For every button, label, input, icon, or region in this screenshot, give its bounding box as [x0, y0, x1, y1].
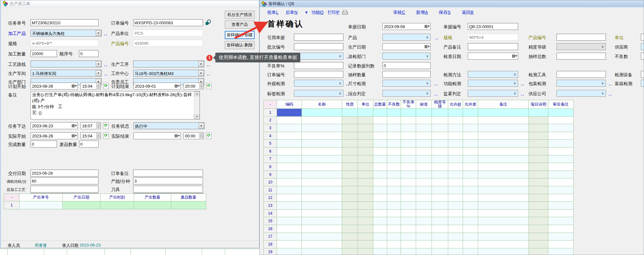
- cell-r12-c8[interactable]: [416, 194, 432, 202]
- cell-r3-c3[interactable]: [342, 124, 358, 132]
- spinner-buttons[interactable]: ▲▼: [199, 83, 203, 89]
- precision-grade-combo[interactable]: ∨: [556, 43, 606, 50]
- cell-r4-c12[interactable]: [478, 132, 529, 140]
- cell-r6-c8[interactable]: [416, 147, 432, 155]
- cell-r8-c5[interactable]: [373, 163, 387, 171]
- doc-date-date-picker[interactable]: 2023-09-04▦▾: [382, 23, 431, 30]
- process-more-button[interactable]: ..: [207, 62, 210, 67]
- pack-test-more-button[interactable]: ..: [609, 82, 612, 86]
- cell-r9-c9[interactable]: [432, 171, 448, 178]
- cell-r3-c5[interactable]: [373, 124, 387, 132]
- cell-r12-c10[interactable]: [448, 194, 463, 202]
- spinner-buttons[interactable]: ▲▼: [96, 123, 100, 129]
- cell-r4-c8[interactable]: [416, 132, 432, 140]
- cell-r13-c10[interactable]: [448, 202, 463, 210]
- cell-r6-c7[interactable]: [401, 147, 416, 155]
- spin-up-icon[interactable]: ▲: [199, 83, 203, 86]
- cell-r2-c2[interactable]: [302, 116, 342, 124]
- cell-r1-c2[interactable]: [302, 109, 342, 117]
- cell-r8-c8[interactable]: [416, 163, 432, 171]
- cell-r2-c12[interactable]: [478, 116, 529, 124]
- salt-judge-combo[interactable]: ∨: [468, 90, 518, 97]
- product-code-input[interactable]: [556, 34, 606, 41]
- cell-r16-c7[interactable]: [401, 225, 416, 233]
- calendar-icon[interactable]: ▦▾: [71, 84, 77, 88]
- box-test-combo[interactable]: ∨: [641, 80, 644, 87]
- spinner-buttons[interactable]: ▲▼: [199, 133, 203, 139]
- calendar-icon[interactable]: ▦▾: [424, 24, 430, 28]
- cell-r8-c11[interactable]: [463, 163, 478, 171]
- cell-r11-c9[interactable]: [432, 186, 448, 194]
- cell-r2-c10[interactable]: [448, 116, 463, 124]
- cell-r2-c7[interactable]: [401, 116, 416, 124]
- cell-r12-c6[interactable]: [387, 194, 401, 202]
- cell-r15-c6[interactable]: [387, 217, 401, 225]
- cell-r3-c2[interactable]: [302, 124, 342, 132]
- cell-r9-c4[interactable]: [358, 171, 373, 178]
- cell-r18-c7[interactable]: [401, 241, 416, 248]
- cell-r2-c3[interactable]: [342, 116, 358, 124]
- cell-r13-c7[interactable]: [401, 202, 416, 210]
- cell-r19-c14[interactable]: [548, 248, 573, 255]
- dropdown-arrow-icon[interactable]: ▼: [96, 70, 101, 76]
- plan-start-time-spinner[interactable]: 15:04▲▼: [81, 83, 101, 90]
- cell-r19-c10[interactable]: [448, 248, 463, 255]
- cell-r19-c2[interactable]: [302, 248, 342, 255]
- cell-r1-c3[interactable]: [100, 201, 134, 209]
- cell-r7-c6[interactable]: [387, 155, 401, 163]
- cell-r5-c10[interactable]: [448, 140, 463, 148]
- route-combo[interactable]: ▼: [31, 61, 102, 67]
- cell-r12-c9[interactable]: [432, 194, 448, 202]
- row-number[interactable]: 15: [264, 217, 277, 225]
- cell-r6-c9[interactable]: [432, 147, 448, 155]
- cell-r14-c14[interactable]: [548, 209, 573, 217]
- cell-r5-c1[interactable]: [277, 140, 302, 148]
- cell-r8-c4[interactable]: [358, 163, 373, 171]
- cell-r18-c4[interactable]: [358, 241, 373, 248]
- cell-r17-c11[interactable]: [463, 233, 478, 241]
- cell-r11-c12[interactable]: [478, 186, 529, 194]
- customer-combo[interactable]: ∨: [294, 53, 343, 60]
- cell-r7-c1[interactable]: [277, 155, 302, 163]
- cell-r14-c1[interactable]: [277, 209, 302, 217]
- cell-r17-c10[interactable]: [448, 233, 463, 241]
- cell-r14-c3[interactable]: [342, 209, 358, 217]
- cell-r4-c1[interactable]: [277, 132, 302, 140]
- row-number[interactable]: 7: [264, 155, 277, 163]
- cell-r16-c3[interactable]: [342, 225, 358, 233]
- cell-r5-c12[interactable]: [478, 140, 529, 148]
- process-qty-input[interactable]: [31, 50, 57, 57]
- cell-r19-c5[interactable]: [373, 248, 387, 255]
- cell-r11-c13[interactable]: [529, 186, 548, 194]
- cell-r10-c4[interactable]: [358, 178, 373, 186]
- cell-r17-c5[interactable]: [373, 233, 387, 241]
- cell-r1-c1[interactable]: [20, 201, 63, 209]
- cell-r1-c6[interactable]: [387, 109, 401, 117]
- process-combo[interactable]: ▼: [133, 61, 204, 67]
- test-tool-input[interactable]: [556, 71, 606, 78]
- task-no-input[interactable]: [31, 19, 99, 26]
- cell-r12-c1[interactable]: [277, 194, 302, 202]
- cell-r13-c9[interactable]: [432, 202, 448, 210]
- cell-r14-c4[interactable]: [358, 209, 373, 217]
- cell-r17-c14[interactable]: [548, 233, 573, 241]
- cell-r1-c13[interactable]: [529, 109, 548, 117]
- dim-test-combo[interactable]: ∨: [382, 80, 431, 87]
- cell-r12-c7[interactable]: [401, 194, 416, 202]
- cell-r4-c10[interactable]: [448, 132, 463, 140]
- cell-r13-c6[interactable]: [387, 202, 401, 210]
- cell-r8-c12[interactable]: [478, 163, 529, 171]
- spinner-buttons[interactable]: ▲▼: [96, 133, 100, 139]
- cell-r7-c4[interactable]: [358, 155, 373, 163]
- task-issued-time-spinner[interactable]: 16:07▲▼: [81, 122, 101, 129]
- cell-r2-c5[interactable]: [373, 116, 387, 124]
- cell-r4-c3[interactable]: [342, 132, 358, 140]
- cell-r12-c11[interactable]: [463, 194, 478, 202]
- cell-r12-c14[interactable]: [548, 194, 573, 202]
- cell-r9-c6[interactable]: [387, 171, 401, 178]
- dropdown-arrow-icon[interactable]: ▼: [198, 70, 204, 76]
- spin-down-icon[interactable]: ▼: [199, 136, 203, 139]
- cell-r11-c10[interactable]: [448, 186, 463, 194]
- test-method-combo[interactable]: ∨: [468, 71, 518, 78]
- cell-r18-c1[interactable]: [277, 241, 302, 248]
